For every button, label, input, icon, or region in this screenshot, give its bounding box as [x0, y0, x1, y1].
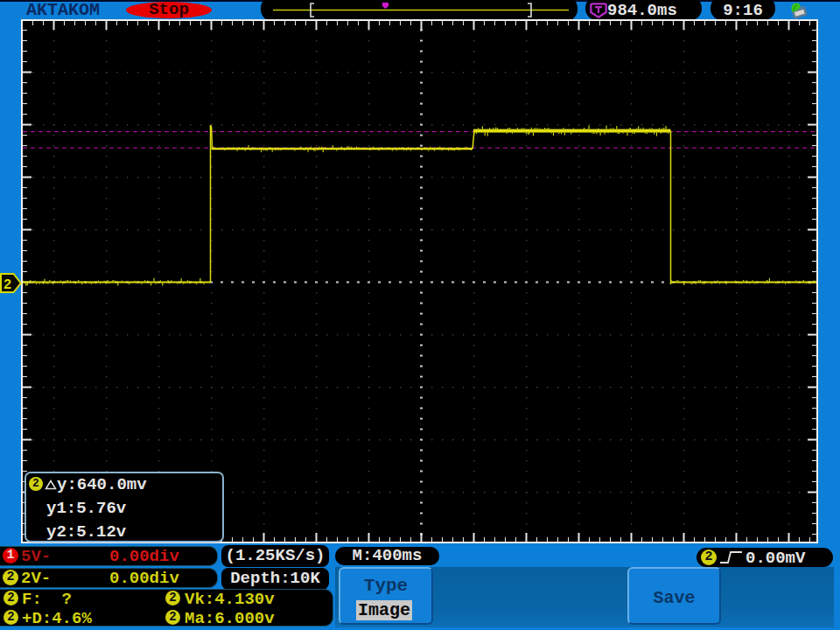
svg-text:2: 2	[4, 277, 12, 293]
